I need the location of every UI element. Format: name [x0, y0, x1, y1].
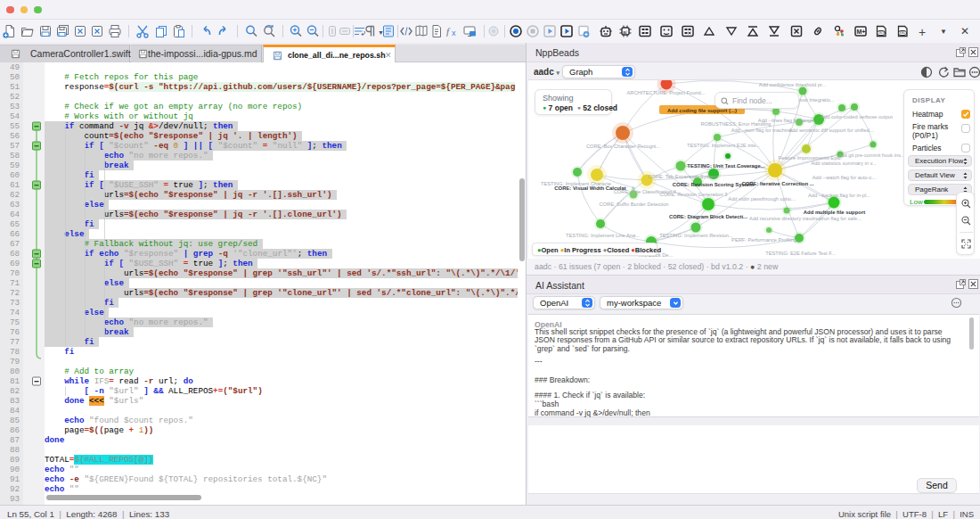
svg-text:Add semantic diff support for: Add semantic diff support for unified...: [788, 128, 874, 133]
svg-text:Add multiple file support: Add multiple file support: [804, 210, 865, 215]
svg-text:CORE: Suffix Border Detection: CORE: Suffix Border Detection: [600, 202, 669, 207]
svg-text:...rust Integratio...: ...rust Integratio...: [795, 97, 835, 103]
svg-text:Add color-coded verbose output: Add color-coded verbose output: [821, 114, 893, 119]
svg-text:Add --backup flag for in-pl...: Add --backup flag for in-pl...: [808, 193, 870, 198]
svg-text:CORE: Diagram Block Detecti...: CORE: Diagram Block Detecti...: [669, 214, 747, 219]
svg-text:ai: ai: [623, 29, 627, 35]
svg-text:Add confidence threshold pr...: Add confidence threshold pr...: [759, 82, 827, 87]
svg-text:f: f: [446, 26, 451, 37]
svg-text:TESTING: Implement Revision...: TESTING: Implement Revision...: [659, 233, 733, 238]
svg-text:Add --lines flag for range: Add --lines flag for range: [758, 118, 813, 123]
svg-text:Add recursive directory travdr: Add recursive directory travdrsalrun fla…: [749, 216, 862, 221]
svg-text:add git pre-commit hook ins...: add git pre-commit hook ins...: [838, 152, 905, 158]
svg-text:Feature Improvements Epic: Feature Improvements Epic: [779, 155, 841, 161]
svg-text:TESTING: E2E Failure Test F...: TESTING: E2E Failure Test F...: [765, 251, 836, 256]
svg-text:x: x: [452, 29, 456, 37]
svg-text:CORE: Tab-Expansion System: CORE: Tab-Expansion System: [648, 174, 717, 179]
svg-text:Add --watch flag for auto-c...: Add --watch flag for auto-c...: [813, 175, 877, 180]
svg-text:TESTING: Unit Test Coverage...: TESTING: Unit Test Coverage...: [687, 163, 765, 169]
svg-text:CORE: Visual Width Calculat: CORE: Visual Width Calculat: [554, 185, 625, 191]
svg-text:TESTING: Implement Line Ana...: TESTING: Implement Line Ana...: [566, 233, 640, 238]
svg-text:TESTING: Implement E2E inte...: TESTING: Implement E2E inte...: [687, 143, 761, 148]
svg-text:Add --json flag for machine...: Add --json flag for machine...: [731, 128, 796, 133]
svg-text:JSON: JSON: [878, 31, 886, 35]
svg-text:ARCHITECTURE: Project Found...: ARCHITECTURE: Project Found...: [627, 90, 706, 95]
svg-text:CORE: Iterative Correction ...: CORE: Iterative Correction ...: [741, 181, 814, 186]
svg-text:PERF: Performance Profiling...: PERF: Performance Profiling...: [731, 237, 801, 243]
svg-text:Add statistics summary in v...: Add statistics summary in v...: [811, 161, 877, 166]
svg-text:M+: M+: [857, 29, 866, 35]
svg-text:CORE: Revision Generation 3: CORE: Revision Generation 3: [660, 192, 728, 197]
svg-text:XML: XML: [900, 31, 906, 35]
svg-text:CORE: Box Character Recogni...: CORE: Box Character Recogni...: [586, 144, 661, 149]
svg-text:Add stdin passthrough optio...: Add stdin passthrough optio...: [728, 196, 796, 202]
